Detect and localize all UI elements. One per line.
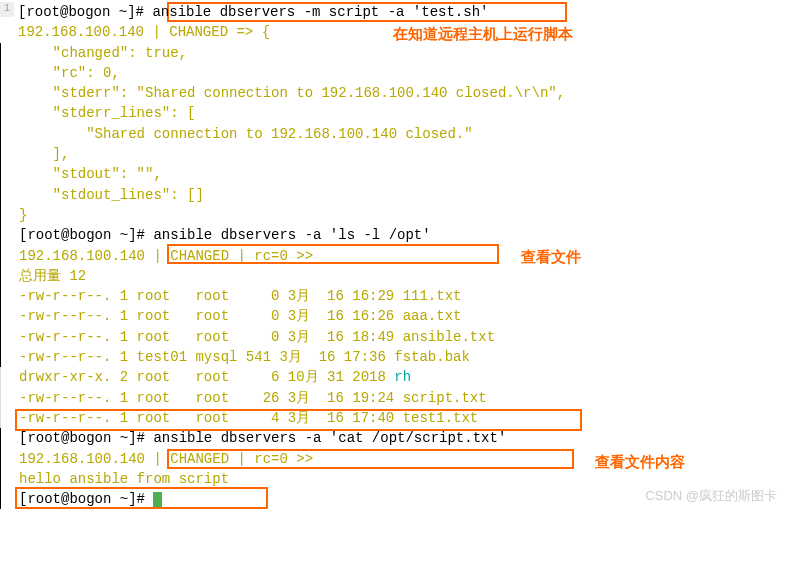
terminal-output: "stdout_lines": [] <box>0 185 787 205</box>
gutter-num: 1 <box>0 2 14 17</box>
terminal-output: "stdout": "", <box>0 164 787 184</box>
terminal-output: "stderr": "Shared connection to 192.168.… <box>0 83 787 103</box>
terminal-output: 总用量 12 <box>0 266 787 286</box>
terminal-output: -rw-r--r--. 1 root root 0 3月 16 16:29 11… <box>0 286 787 306</box>
terminal-line[interactable]: [root@bogon ~]# ansible dbservers -a 'ls… <box>0 225 787 245</box>
terminal-output: -rw-r--r--. 1 root root 4 3月 16 17:40 te… <box>0 408 787 428</box>
terminal-output: "Shared connection to 192.168.100.140 cl… <box>0 124 787 144</box>
terminal-output: 192.168.100.140 | CHANGED | rc=0 >> <box>0 246 787 266</box>
terminal-output: "changed": true, <box>0 43 787 63</box>
prompt: [root@bogon ~]# <box>19 491 153 507</box>
command-input[interactable]: ansible dbservers -a 'cat /opt/script.tx… <box>153 430 506 446</box>
dir-name: rh <box>394 369 411 385</box>
watermark: CSDN @疯狂的斯图卡 <box>645 487 777 506</box>
terminal-line[interactable]: 1[root@bogon ~]# ansible dbservers -m sc… <box>0 2 787 22</box>
terminal-output: -rw-r--r--. 1 root root 0 3月 16 18:49 an… <box>0 327 787 347</box>
terminal-output: 192.168.100.140 | CHANGED => { <box>0 22 787 42</box>
cursor <box>153 492 162 507</box>
terminal-output: ], <box>0 144 787 164</box>
terminal-output: -rw-r--r--. 1 test01 mysql 541 3月 16 17:… <box>0 347 787 367</box>
terminal-output: drwxr-xr-x. 2 root root 6 10月 31 2018 rh <box>0 367 787 387</box>
prompt: [root@bogon ~]# <box>18 4 152 20</box>
terminal-output: } <box>0 205 787 225</box>
terminal-line[interactable]: [root@bogon ~]# ansible dbservers -a 'ca… <box>0 428 787 448</box>
command-input[interactable]: ansible dbservers -a 'ls -l /opt' <box>153 227 430 243</box>
command-input[interactable]: ansible dbservers -m script -a 'test.sh' <box>152 4 488 20</box>
terminal-output: -rw-r--r--. 1 root root 0 3月 16 16:26 aa… <box>0 306 787 326</box>
prompt: [root@bogon ~]# <box>19 430 153 446</box>
prompt: [root@bogon ~]# <box>19 227 153 243</box>
terminal-output: 192.168.100.140 | CHANGED | rc=0 >> <box>0 449 787 469</box>
terminal-output: "stderr_lines": [ <box>0 103 787 123</box>
terminal-output: -rw-r--r--. 1 root root 26 3月 16 19:24 s… <box>0 388 787 408</box>
terminal-output: "rc": 0, <box>0 63 787 83</box>
